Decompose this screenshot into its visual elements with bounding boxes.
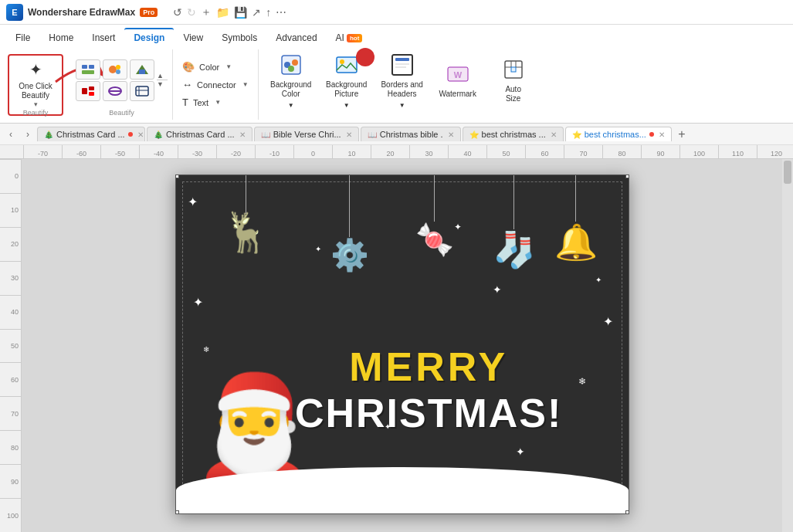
bg-picture-btn[interactable]: BackgroundPicture ▼ xyxy=(320,49,373,111)
preset-expand[interactable]: ▲ ▼ xyxy=(157,72,168,88)
tab-ai[interactable]: AI hot xyxy=(327,29,372,46)
tab-nav-left[interactable]: ‹ xyxy=(3,127,19,142)
beautify-section-label: Beautify xyxy=(0,109,71,117)
hanging-item-candy: 🍬 xyxy=(415,175,454,258)
ruler-v-mark: 0 xyxy=(0,159,21,193)
tab6-close[interactable]: ✕ xyxy=(659,130,665,139)
tab1-icon: 🎄 xyxy=(44,130,53,139)
hanging-item-bells: 🔔 xyxy=(554,175,598,263)
christmas-card-canvas[interactable]: 🦌 ⚙️ 🍬 🧦 🔔 ✦ xyxy=(175,175,629,514)
preset-btn-5[interactable] xyxy=(103,81,127,101)
redo-btn[interactable]: ↻ xyxy=(187,6,196,19)
beautify-dropdown[interactable]: ▾ xyxy=(34,100,38,109)
preset-btn-6[interactable] xyxy=(130,81,154,101)
ruler-v-mark: 100 xyxy=(0,498,21,532)
ruler-v-mark: 30 xyxy=(0,261,21,295)
resize-handle-bl[interactable] xyxy=(175,510,179,514)
ruler-mark: -20 xyxy=(216,145,255,159)
tab-design[interactable]: Design xyxy=(124,28,174,46)
watermark-btn[interactable]: W Watermark xyxy=(432,49,484,111)
doc-tab-3[interactable]: 📖 Bible Verse Chri... ✕ xyxy=(254,127,359,141)
tab-advanced[interactable]: Advanced xyxy=(266,29,326,46)
bg-color-dropdown[interactable]: ▼ xyxy=(288,102,294,109)
tab-insert[interactable]: Insert xyxy=(83,29,124,46)
canvas-area[interactable]: 🦌 ⚙️ 🍬 🧦 🔔 ✦ xyxy=(22,159,782,532)
svg-rect-10 xyxy=(89,86,94,90)
color-dropdown-arrow: ▼ xyxy=(225,63,232,70)
tab2-close[interactable]: ✕ xyxy=(239,130,246,139)
color-control[interactable]: 🎨 Color ▼ xyxy=(179,59,252,74)
snowflake-11: ❄ xyxy=(578,376,586,387)
doc-tab-2[interactable]: 🎄 Christmas Card ... ✕ xyxy=(147,127,252,141)
preset-btn-4[interactable] xyxy=(76,81,100,101)
svg-rect-23 xyxy=(392,55,412,75)
resize-handle-br[interactable] xyxy=(625,510,629,514)
tab-nav-right[interactable]: › xyxy=(20,127,36,142)
snowflake-10: ✦ xyxy=(595,276,602,284)
ruler-marks-h: -70 -60 -50 -40 -30 -20 -10 0 10 20 30 4… xyxy=(23,145,793,159)
tab-home[interactable]: Home xyxy=(39,29,83,46)
tab1-label: Christmas Card ... xyxy=(56,130,125,139)
style-controls-section: 🎨 Color ▼ ↔ Connector ▼ T Text ▼ xyxy=(173,49,259,120)
doc-tab-5[interactable]: ⭐ best christmas ... ✕ xyxy=(463,127,564,141)
undo-btn[interactable]: ↺ xyxy=(173,6,182,19)
text-control[interactable]: T Text ▼ xyxy=(179,95,252,110)
auto-size-btn[interactable]: AutoSize xyxy=(487,49,540,111)
preset-btn-3[interactable] xyxy=(130,59,154,80)
ruler-mark: 30 xyxy=(409,145,448,159)
svg-point-5 xyxy=(116,65,120,69)
export-btn[interactable]: ↗ xyxy=(252,6,261,19)
tabs-bar: ‹ › 🎄 Christmas Card ... ✕ 🎄 Christmas C… xyxy=(0,124,793,145)
ruler-mark: -30 xyxy=(178,145,216,159)
share-btn[interactable]: ↑ xyxy=(266,6,271,19)
bg-color-btn[interactable]: BackgroundColor ▼ xyxy=(265,49,317,111)
tab3-close[interactable]: ✕ xyxy=(346,130,352,139)
ribbon-content: ✦ One ClickBeautify ▾ Beautify xyxy=(0,46,793,124)
tab6-label: best christmas... xyxy=(585,130,646,139)
tab5-close[interactable]: ✕ xyxy=(551,130,557,139)
preset-btn-1[interactable] xyxy=(76,59,100,80)
doc-tab-4[interactable]: 📖 Christmas bible . ✕ xyxy=(361,127,461,141)
svg-point-6 xyxy=(116,69,120,74)
one-click-beautify-button[interactable]: ✦ One ClickBeautify ▾ xyxy=(8,54,63,116)
resize-handle-tr[interactable] xyxy=(625,175,629,178)
more-btn[interactable]: ⋯ xyxy=(276,6,286,19)
save-btn[interactable]: 💾 xyxy=(234,6,247,19)
color-label: Color xyxy=(199,63,219,72)
svg-rect-8 xyxy=(139,69,145,74)
tab4-close[interactable]: ✕ xyxy=(448,130,454,139)
connector-control[interactable]: ↔ Connector ▼ xyxy=(179,77,252,92)
add-tab-button[interactable]: + xyxy=(673,126,690,143)
connector-label: Connector xyxy=(197,80,236,90)
main-area: 0 10 20 30 40 50 60 70 80 90 100 🦌 ⚙️ xyxy=(0,159,793,532)
new-btn[interactable]: ＋ xyxy=(201,5,212,19)
doc-tab-1[interactable]: 🎄 Christmas Card ... ✕ xyxy=(37,127,145,141)
tab-file[interactable]: File xyxy=(6,29,39,46)
ruler-mark: -50 xyxy=(100,145,139,159)
text-dropdown-arrow: ▼ xyxy=(215,99,221,106)
pro-badge: Pro xyxy=(140,8,158,17)
hang-line-1 xyxy=(246,175,246,214)
ruler-v-mark: 10 xyxy=(0,193,21,227)
auto-size-label: AutoSize xyxy=(505,85,521,103)
scrollbar-thumb-v[interactable] xyxy=(784,161,791,184)
svg-point-22 xyxy=(340,59,344,64)
tab-symbols[interactable]: Symbols xyxy=(212,29,266,46)
tab-view[interactable]: View xyxy=(174,29,212,46)
hang-line-2 xyxy=(349,175,350,237)
borders-headers-btn[interactable]: Borders andHeaders ▼ xyxy=(376,49,429,111)
window-controls-left: ↺ ↻ ＋ 📁 💾 ↗ ↑ ⋯ xyxy=(173,5,286,19)
svg-rect-14 xyxy=(136,86,148,96)
ruler-v-mark: 40 xyxy=(0,295,21,329)
bg-picture-dropdown[interactable]: ▼ xyxy=(344,102,350,109)
doc-tab-6[interactable]: ⭐ best christmas... ✕ xyxy=(565,127,672,141)
hang-line-4 xyxy=(513,175,514,229)
tab3-icon: 📖 xyxy=(261,130,270,139)
snowflake-5: ❄ xyxy=(203,345,209,354)
preset-btn-2[interactable] xyxy=(103,59,127,80)
tab1-close[interactable]: ✕ xyxy=(137,130,144,139)
resize-handle-tl[interactable] xyxy=(175,175,179,178)
scrollbar-vertical[interactable] xyxy=(782,159,793,532)
borders-headers-dropdown[interactable]: ▼ xyxy=(399,102,405,109)
folder-btn[interactable]: 📁 xyxy=(216,6,229,19)
